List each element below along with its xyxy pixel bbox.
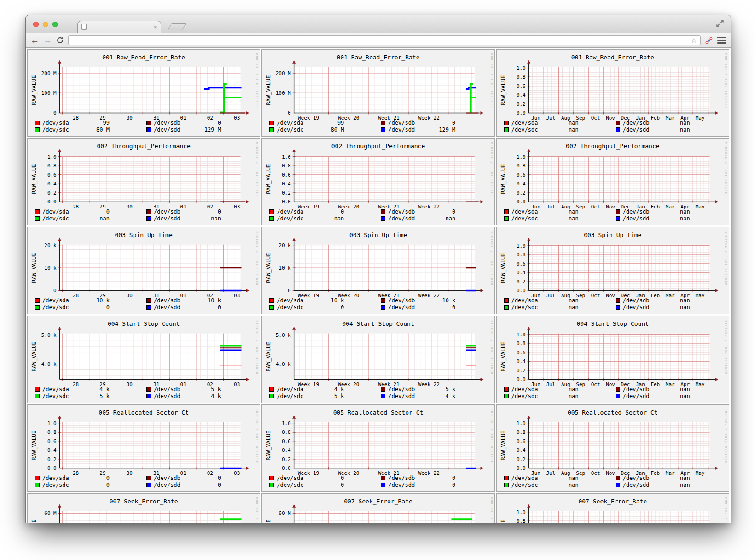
- legend-entry: /dev/sdbnan: [616, 120, 727, 126]
- legend-swatch-sda: [35, 121, 40, 125]
- legend-swatch-sda: [35, 387, 40, 392]
- legend-device-value: 0: [421, 208, 455, 215]
- reload-button[interactable]: [56, 36, 64, 44]
- browser-toolbar: ← → ☆: [26, 33, 731, 48]
- svg-text:4.0 k: 4.0 k: [41, 361, 57, 367]
- svg-text:0.2: 0.2: [517, 368, 526, 374]
- close-window-button[interactable]: [33, 22, 39, 27]
- legend-entry: /dev/sdd129 M: [381, 127, 492, 133]
- legend-device-name: /dev/sdd: [388, 393, 421, 399]
- legend-swatch-sdd: [616, 394, 620, 398]
- legend-device-name: /dev/sdc: [277, 393, 310, 399]
- legend-entry: /dev/sdc5 k: [269, 393, 381, 399]
- legend-device-name: /dev/sda: [42, 475, 76, 481]
- svg-text:0.2: 0.2: [47, 190, 57, 196]
- legend-device-value: nan: [545, 482, 579, 488]
- new-tab-button[interactable]: [168, 23, 186, 30]
- back-button[interactable]: ←: [30, 36, 39, 45]
- legend-entry: /dev/sdbnan: [616, 475, 727, 481]
- legend-swatch-sdd: [616, 216, 620, 221]
- legend-swatch-sdc: [35, 305, 40, 310]
- legend-entry: /dev/sddnan: [616, 482, 727, 488]
- legend-device-value: 0: [421, 475, 455, 481]
- svg-text:60 M: 60 M: [44, 510, 57, 516]
- svg-text:0.4: 0.4: [282, 181, 291, 187]
- legend-swatch-sdd: [381, 483, 385, 487]
- legend-device-value: 5 k: [310, 393, 344, 399]
- legend-swatch-sda: [35, 209, 40, 214]
- legend-device-value: 10 k: [76, 297, 110, 304]
- svg-text:1.0: 1.0: [517, 421, 526, 427]
- svg-text:1.0: 1.0: [517, 243, 526, 249]
- legend-device-name: /dev/sda: [277, 120, 310, 126]
- legend-entry: /dev/sdb10 k: [146, 297, 258, 304]
- tab-close-icon[interactable]: ×: [153, 24, 157, 30]
- legend-device-name: /dev/sdd: [623, 393, 656, 399]
- legend-entry: /dev/sda10 k: [269, 297, 381, 304]
- svg-text:0.6: 0.6: [517, 172, 526, 178]
- legend-device-name: /dev/sda: [511, 297, 545, 304]
- svg-text:20 k: 20 k: [279, 242, 291, 248]
- menu-icon[interactable]: [717, 37, 726, 44]
- bookmark-star-icon[interactable]: ☆: [691, 37, 697, 44]
- svg-text:0.4: 0.4: [517, 92, 526, 98]
- legend-entry: /dev/sda0: [35, 475, 146, 481]
- legend-device-name: /dev/sdc: [277, 304, 310, 311]
- legend-device-name: /dev/sdc: [511, 215, 545, 222]
- legend-swatch-sdc: [269, 483, 274, 487]
- legend-device-name: /dev/sdd: [388, 482, 421, 488]
- legend-device-name: /dev/sda: [42, 120, 76, 126]
- legend-entry: /dev/sda0: [269, 475, 381, 481]
- svg-text:0.8: 0.8: [47, 163, 57, 169]
- svg-text:1.0: 1.0: [517, 332, 526, 338]
- address-bar[interactable]: ☆: [68, 35, 701, 45]
- legend-swatch-sdc: [504, 216, 509, 221]
- legend-entry: /dev/sda0: [269, 208, 381, 215]
- legend-device-name: /dev/sdc: [511, 482, 545, 488]
- graph-panel: 003 Spin_Up_TimeRRDTOOL / TOBI OETIKERRA…: [261, 227, 494, 314]
- legend-swatch-sdb: [616, 298, 620, 303]
- forward-button[interactable]: →: [43, 36, 52, 45]
- fullscreen-icon[interactable]: [716, 19, 724, 28]
- legend-entry: /dev/sda10 k: [35, 297, 146, 304]
- graph-panel: 005 Reallocated_Sector_CtRRDTOOL / TOBI …: [496, 404, 729, 492]
- legend-swatch-sdb: [616, 387, 620, 392]
- extension-button[interactable]: [705, 36, 713, 45]
- svg-text:0.8: 0.8: [282, 429, 291, 435]
- legend-swatch-sdd: [616, 305, 620, 310]
- legend-device-value: 0: [187, 120, 221, 126]
- legend-swatch-sdc: [35, 483, 40, 487]
- graph-panel: 007 Seek_Error_RateRRDTOOL / TOBI OETIKE…: [261, 493, 494, 523]
- title-bar[interactable]: ×: [26, 15, 731, 33]
- legend-swatch-sda: [504, 387, 509, 392]
- legend-entry: /dev/sdanan: [504, 297, 616, 304]
- url-input[interactable]: [72, 37, 691, 44]
- graph-legend: /dev/sda99/dev/sdb0/dev/sdc80 M/dev/sdd1…: [28, 119, 260, 133]
- svg-text:5.0 k: 5.0 k: [41, 332, 57, 338]
- zoom-window-button[interactable]: [52, 22, 58, 27]
- legend-swatch-sda: [269, 476, 274, 480]
- legend-swatch-sdb: [146, 476, 151, 480]
- legend-swatch-sdd: [381, 127, 385, 132]
- legend-entry: /dev/sddnan: [616, 304, 727, 311]
- minimize-window-button[interactable]: [43, 22, 48, 27]
- legend-swatch-sda: [269, 387, 274, 392]
- graph-panel: 005 Reallocated_Sector_CtRRDTOOL / TOBI …: [261, 404, 494, 492]
- legend-entry: /dev/sdanan: [504, 386, 616, 393]
- legend-device-value: 0: [76, 304, 110, 311]
- legend-swatch-sdb: [381, 121, 385, 125]
- svg-text:20 k: 20 k: [44, 242, 57, 248]
- legend-entry: /dev/sdc5 k: [35, 393, 146, 399]
- svg-text:0.0: 0.0: [517, 377, 526, 383]
- legend-device-name: /dev/sdb: [623, 120, 656, 126]
- legend-device-value: 10 k: [421, 297, 455, 304]
- legend-swatch-sdc: [35, 216, 40, 221]
- legend-device-name: /dev/sdb: [388, 386, 421, 393]
- legend-entry: /dev/sdb5 k: [146, 386, 258, 393]
- legend-device-value: nan: [656, 304, 690, 311]
- legend-device-value: nan: [656, 482, 690, 488]
- legend-device-name: /dev/sdc: [42, 482, 76, 488]
- legend-device-name: /dev/sdd: [154, 127, 187, 133]
- legend-device-name: /dev/sdd: [154, 393, 187, 399]
- browser-tab[interactable]: ×: [77, 21, 161, 33]
